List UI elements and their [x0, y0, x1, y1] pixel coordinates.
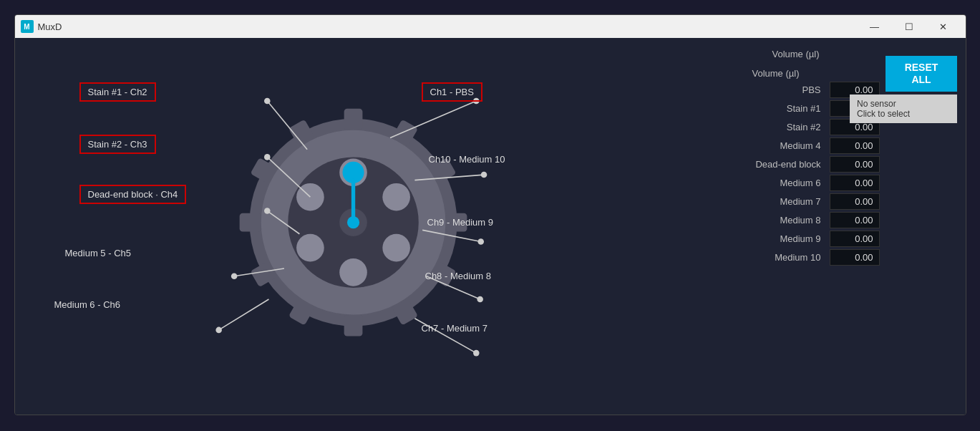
- maximize-button[interactable]: ☐: [893, 15, 926, 38]
- app-icon: M: [21, 20, 34, 33]
- svg-point-19: [296, 234, 324, 262]
- channel-label-ch7[interactable]: Ch7 - Medium 7: [422, 323, 487, 334]
- minimize-button[interactable]: —: [858, 15, 891, 38]
- svg-point-22: [342, 162, 364, 183]
- svg-point-38: [480, 172, 487, 178]
- window-controls: — ☐ ✕: [858, 15, 960, 38]
- channel-label-ch6[interactable]: Medium 6 - Ch6: [54, 299, 120, 310]
- volume-header: Volume (µl): [772, 49, 819, 59]
- volume-row: Medium 100.00: [737, 249, 880, 266]
- channel-label-ch10[interactable]: Ch10 - Medium 10: [429, 154, 505, 165]
- volume-label-stain-#1: Stain #1: [737, 103, 830, 114]
- volume-value-medium-7[interactable]: 0.00: [830, 193, 880, 210]
- volume-row: Medium 90.00: [737, 231, 880, 247]
- svg-line-29: [267, 211, 299, 234]
- window-title: MuxD: [38, 21, 858, 32]
- svg-line-39: [422, 230, 481, 241]
- sensor-selector[interactable]: No sensorClick to select: [850, 95, 957, 123]
- svg-point-42: [477, 296, 483, 303]
- svg-line-37: [414, 175, 484, 180]
- svg-point-18: [339, 258, 367, 286]
- volume-value-medium-6[interactable]: 0.00: [830, 175, 880, 191]
- svg-point-16: [382, 183, 410, 211]
- volume-unit-header: Volume (µl): [752, 68, 799, 79]
- reset-all-button[interactable]: RESET ALL: [886, 56, 957, 92]
- svg-rect-7: [344, 314, 362, 336]
- volume-row: Dead-end block0.00: [737, 156, 880, 173]
- right-panel: Volume (µl) RESET ALL No sensorClick to …: [722, 38, 966, 415]
- channel-label-ch4[interactable]: Dead-end block · Ch4: [79, 185, 187, 204]
- svg-rect-10: [239, 213, 261, 232]
- close-button[interactable]: ✕: [927, 15, 960, 38]
- svg-rect-2: [391, 120, 417, 147]
- volume-label-medium-10: Medium 10: [737, 252, 830, 263]
- volume-label-pbs: PBS: [737, 84, 830, 95]
- svg-point-0: [249, 119, 457, 326]
- svg-point-32: [231, 273, 237, 279]
- svg-point-30: [264, 208, 271, 214]
- svg-point-40: [477, 238, 484, 245]
- volume-label-medium-7: Medium 7: [737, 196, 830, 207]
- svg-point-28: [264, 154, 271, 160]
- titlebar: M MuxD — ☐ ✕: [15, 15, 966, 38]
- volume-label-medium-8: Medium 8: [737, 215, 830, 226]
- svg-point-14: [288, 157, 418, 287]
- volume-value-medium-10[interactable]: 0.00: [830, 249, 880, 266]
- svg-rect-6: [391, 298, 417, 326]
- volume-row: Medium 60.00: [737, 175, 880, 191]
- svg-point-20: [296, 183, 324, 211]
- svg-point-13: [261, 130, 445, 315]
- diagram-area: Stain #1 - Ch2 Stain #2 - Ch3 Dead-end b…: [15, 38, 722, 415]
- volume-row: Medium 80.00: [737, 212, 880, 228]
- svg-point-44: [472, 350, 479, 357]
- svg-line-35: [390, 101, 476, 138]
- volume-label-medium-9: Medium 9: [737, 233, 830, 244]
- svg-point-34: [215, 327, 222, 334]
- svg-rect-12: [288, 120, 314, 147]
- svg-point-15: [339, 159, 367, 187]
- volume-row: Medium 70.00: [737, 193, 880, 210]
- svg-rect-11: [250, 158, 278, 184]
- main-content: Stain #1 - Ch2 Stain #2 - Ch3 Dead-end b…: [15, 38, 966, 415]
- volume-value-dead-end-block[interactable]: 0.00: [830, 156, 880, 173]
- svg-line-33: [218, 299, 268, 330]
- volume-label-dead-end-block: Dead-end block: [737, 159, 830, 170]
- channel-label-ch2[interactable]: Stain #1 - Ch2: [79, 82, 156, 102]
- volume-value-medium-9[interactable]: 0.00: [830, 231, 880, 247]
- volume-row: Medium 40.00: [737, 137, 880, 154]
- volume-label-medium-6: Medium 6: [737, 178, 830, 188]
- svg-line-27: [267, 157, 310, 197]
- app-window: M MuxD — ☐ ✕: [14, 14, 966, 415]
- svg-rect-8: [288, 298, 314, 326]
- channel-label-ch3[interactable]: Stain #2 - Ch3: [79, 135, 156, 154]
- volume-label-stain-#2: Stain #2: [737, 122, 830, 132]
- channel-label-ch9[interactable]: Ch9 - Medium 9: [427, 217, 493, 228]
- channel-label-ch1[interactable]: Ch1 - PBS: [422, 82, 482, 102]
- channel-label-ch5[interactable]: Medium 5 - Ch5: [65, 248, 131, 258]
- channel-label-ch8[interactable]: Ch8 - Medium 8: [425, 271, 491, 281]
- svg-point-24: [346, 216, 359, 228]
- volume-value-medium-8[interactable]: 0.00: [830, 212, 880, 228]
- svg-line-25: [267, 101, 307, 150]
- volume-value-medium-4[interactable]: 0.00: [830, 137, 880, 154]
- svg-point-26: [264, 98, 271, 105]
- svg-point-21: [339, 208, 367, 236]
- volume-label-medium-4: Medium 4: [737, 140, 830, 151]
- svg-point-17: [382, 234, 410, 262]
- svg-rect-9: [250, 261, 278, 287]
- svg-line-31: [234, 268, 284, 276]
- svg-rect-1: [344, 109, 362, 130]
